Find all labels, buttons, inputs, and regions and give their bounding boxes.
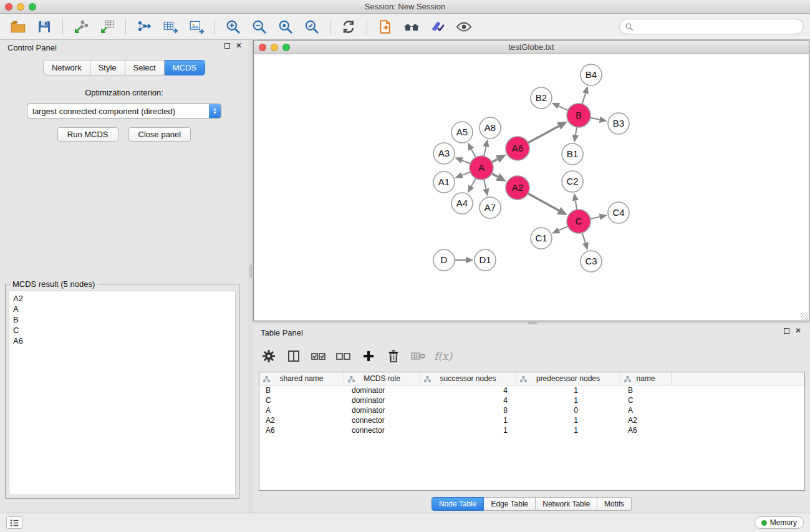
column-header-MCDS-role[interactable]: MCDS role — [344, 372, 420, 385]
graph-node-B1[interactable]: B1 — [562, 143, 583, 165]
mcds-result-item[interactable]: B — [9, 314, 235, 325]
zoom-out-button[interactable] — [250, 17, 269, 36]
graph-node-A[interactable]: A — [470, 156, 493, 180]
graph-node-D[interactable]: D — [433, 249, 455, 271]
table-row[interactable]: A6connector11A6 — [259, 425, 804, 435]
graph-node-A5[interactable]: A5 — [451, 122, 473, 143]
table-row[interactable]: Adominator80A — [259, 405, 804, 415]
graph-node-A2[interactable]: A2 — [506, 176, 529, 200]
mcds-result-item[interactable]: C — [9, 325, 235, 336]
graph-node-C1[interactable]: C1 — [531, 228, 552, 249]
memory-button[interactable]: Memory — [755, 516, 804, 529]
float-panel-icon[interactable] — [224, 43, 230, 49]
table-settings-button[interactable] — [259, 347, 278, 365]
graph-edge-A6-B[interactable] — [528, 126, 559, 143]
search-input[interactable] — [637, 22, 798, 32]
graph-edge-C-C1[interactable] — [559, 226, 567, 231]
graph-edge-C-C4[interactable] — [591, 217, 600, 219]
run-mcds-button[interactable]: Run MCDS — [57, 127, 118, 142]
criterion-dropdown[interactable]: largest connected component (directed) ▲… — [27, 104, 221, 118]
table-row[interactable]: A2connector11A2 — [259, 415, 804, 425]
tab-select[interactable]: Select — [125, 60, 165, 75]
refresh-view-button[interactable] — [339, 17, 358, 36]
graph-edge-A-A3[interactable] — [462, 160, 470, 163]
open-recent-file-button[interactable] — [376, 17, 395, 36]
graph-edge-A-A8[interactable] — [484, 147, 486, 156]
graph-node-A3[interactable]: A3 — [433, 143, 455, 164]
tab-network-table[interactable]: Network Table — [536, 497, 597, 511]
mcds-result-item[interactable]: A6 — [9, 336, 235, 346]
network-canvas[interactable]: B4B2BB3A8A5A6A3B1AC2A1A2A4A7C4CC1C3DD1 — [254, 54, 809, 321]
graph-node-B[interactable]: B — [567, 104, 591, 127]
graph-edge-B-B1[interactable] — [576, 127, 577, 135]
tab-mcds[interactable]: MCDS — [165, 60, 205, 75]
graph-node-A7[interactable]: A7 — [480, 197, 501, 218]
zoom-fit-button[interactable] — [276, 17, 295, 36]
open-session-button[interactable] — [9, 17, 27, 36]
graph-edge-B-B4[interactable] — [582, 94, 586, 104]
table-row[interactable]: Bdominator41B — [259, 385, 804, 395]
graph-node-C3[interactable]: C3 — [581, 251, 602, 272]
validate-button[interactable] — [428, 17, 447, 36]
home-button[interactable] — [402, 17, 421, 36]
graph-node-B3[interactable]: B3 — [608, 113, 629, 134]
graph-node-B4[interactable]: B4 — [581, 64, 602, 85]
show-hide-graphics-button[interactable] — [455, 17, 473, 36]
deselect-all-rows-button[interactable] — [334, 347, 353, 365]
graph-edge-A-A5[interactable] — [471, 149, 476, 157]
float-table-panel-icon[interactable] — [784, 328, 789, 334]
zoom-in-button[interactable] — [224, 17, 243, 36]
tab-node-table[interactable]: Node Table — [432, 497, 485, 511]
graph-node-A6[interactable]: A6 — [506, 137, 529, 160]
close-panel-icon[interactable]: ✕ — [236, 43, 242, 49]
create-column-button[interactable] — [359, 347, 378, 365]
mcds-result-item[interactable]: A — [9, 304, 235, 314]
graph-edge-B-B3[interactable] — [591, 118, 600, 120]
graph-edge-A-A6[interactable] — [492, 159, 498, 162]
graph-node-B2[interactable]: B2 — [531, 87, 552, 109]
graph-edge-C-C2[interactable] — [576, 201, 577, 210]
import-table-button[interactable] — [98, 17, 117, 36]
export-image-button[interactable] — [187, 17, 206, 36]
window-resize-grip[interactable] — [801, 312, 808, 320]
column-header-shared-name[interactable]: shared name — [259, 372, 344, 385]
graph-edge-A2-C[interactable] — [528, 193, 559, 210]
graph-node-A8[interactable]: A8 — [480, 117, 501, 138]
graph-node-C2[interactable]: C2 — [562, 171, 583, 192]
column-header-predecessor-nodes[interactable]: predecessor nodes — [516, 372, 620, 385]
column-header-name[interactable]: name — [620, 372, 672, 385]
panel-splitter[interactable] — [248, 40, 253, 513]
tab-style[interactable]: Style — [90, 60, 125, 75]
graph-edge-B-B2[interactable] — [559, 106, 568, 110]
column-header-successor-nodes[interactable]: successor nodes — [420, 372, 516, 385]
graph-edge-A-A2[interactable] — [492, 173, 498, 177]
delete-column-button[interactable] — [384, 347, 403, 365]
save-session-button[interactable] — [35, 17, 54, 36]
column-header-label: predecessor nodes — [536, 374, 600, 383]
show-columns-button[interactable] — [284, 347, 303, 365]
tab-motifs[interactable]: Motifs — [597, 497, 632, 511]
export-network-button[interactable] — [135, 17, 153, 36]
table-row[interactable]: Cdominator41C — [259, 395, 804, 405]
zoom-selected-button[interactable] — [302, 17, 321, 36]
close-panel-button[interactable]: Close panel — [128, 127, 191, 142]
graph-node-C[interactable]: C — [567, 210, 591, 233]
export-table-button[interactable] — [161, 17, 180, 36]
graph-edge-A-A4[interactable] — [471, 178, 476, 186]
import-network-button[interactable] — [72, 17, 90, 36]
graph-edge-C-C3[interactable] — [582, 233, 586, 243]
tab-network[interactable]: Network — [43, 60, 90, 75]
tab-edge-table[interactable]: Edge Table — [484, 497, 536, 511]
graph-node-D1[interactable]: D1 — [475, 249, 496, 271]
delete-table-button[interactable] — [409, 347, 428, 365]
function-builder-button[interactable]: f(x) — [434, 350, 452, 362]
graph-edge-A-A1[interactable] — [462, 172, 470, 175]
graph-edge-A-A7[interactable] — [484, 180, 486, 189]
task-history-button[interactable] — [6, 516, 22, 529]
mcds-result-item[interactable]: A2 — [9, 293, 235, 304]
close-table-panel-icon[interactable]: ✕ — [795, 328, 801, 334]
graph-node-A4[interactable]: A4 — [451, 193, 473, 214]
graph-node-A1[interactable]: A1 — [433, 172, 455, 193]
select-all-rows-button[interactable] — [309, 347, 328, 365]
graph-node-C4[interactable]: C4 — [608, 202, 629, 223]
